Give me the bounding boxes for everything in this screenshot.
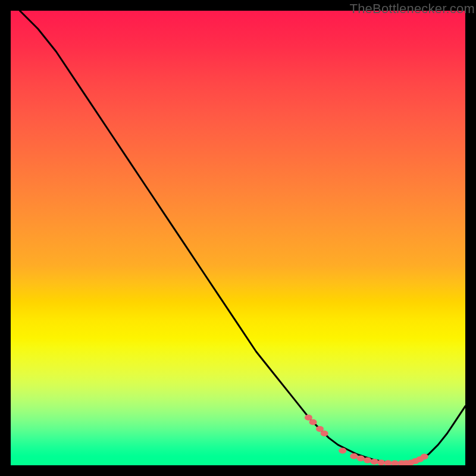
svg-point-2 — [316, 426, 324, 432]
curve-line — [20, 11, 465, 464]
chart-frame: TheBottlenecker.com — [0, 0, 476, 476]
svg-point-6 — [357, 456, 365, 462]
curve-markers — [305, 415, 428, 465]
svg-point-13 — [402, 460, 410, 465]
svg-point-14 — [407, 459, 415, 465]
svg-point-10 — [384, 460, 392, 465]
svg-point-3 — [321, 431, 328, 437]
svg-point-1 — [309, 419, 317, 425]
svg-point-5 — [350, 453, 358, 459]
svg-point-8 — [371, 459, 378, 465]
svg-point-15 — [411, 458, 419, 464]
svg-point-7 — [364, 458, 371, 464]
svg-point-4 — [339, 448, 346, 454]
chart-svg — [11, 11, 465, 465]
svg-point-17 — [421, 453, 428, 459]
watermark-text: TheBottlenecker.com — [350, 1, 475, 17]
svg-point-12 — [398, 461, 406, 465]
svg-point-16 — [416, 456, 424, 462]
svg-point-0 — [305, 415, 312, 421]
svg-point-9 — [377, 459, 385, 465]
svg-point-11 — [391, 461, 399, 465]
plot-area — [11, 11, 465, 465]
